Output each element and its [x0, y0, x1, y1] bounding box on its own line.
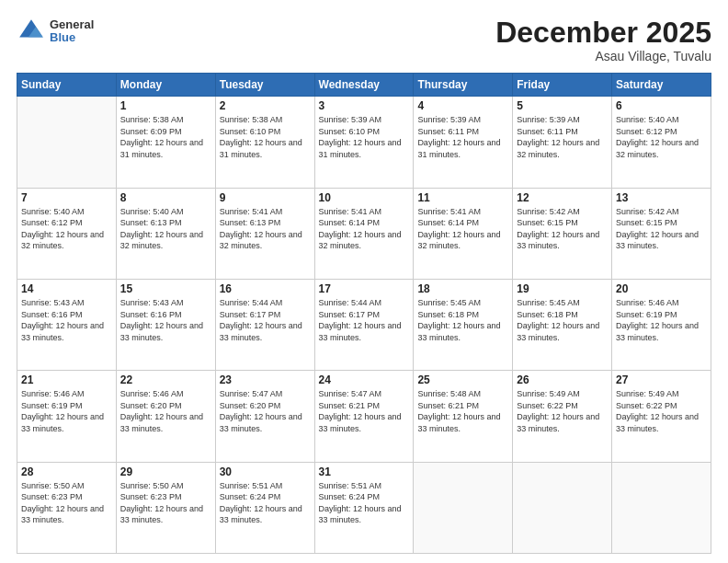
page: General Blue December 2025 Asau Village,… [0, 0, 728, 563]
cell-details: Sunrise: 5:41 AMSunset: 6:14 PMDaylight:… [319, 206, 410, 252]
day-number: 24 [319, 373, 410, 386]
calendar-cell: 20Sunrise: 5:46 AMSunset: 6:19 PMDayligh… [612, 279, 711, 370]
calendar-cell: 24Sunrise: 5:47 AMSunset: 6:21 PMDayligh… [314, 371, 414, 462]
calendar-cell: 13Sunrise: 5:42 AMSunset: 6:15 PMDayligh… [612, 188, 711, 279]
cell-details: Sunrise: 5:39 AMSunset: 6:10 PMDaylight:… [319, 114, 410, 160]
cell-details: Sunrise: 5:51 AMSunset: 6:24 PMDaylight:… [220, 480, 311, 526]
cell-details: Sunrise: 5:44 AMSunset: 6:17 PMDaylight:… [319, 297, 410, 343]
cell-details: Sunrise: 5:46 AMSunset: 6:19 PMDaylight:… [21, 388, 112, 434]
cell-details: Sunrise: 5:43 AMSunset: 6:16 PMDaylight:… [120, 297, 211, 343]
day-number: 10 [319, 191, 410, 204]
calendar-cell: 25Sunrise: 5:48 AMSunset: 6:21 PMDayligh… [414, 371, 513, 462]
calendar-cell: 22Sunrise: 5:46 AMSunset: 6:20 PMDayligh… [116, 371, 215, 462]
cell-details: Sunrise: 5:49 AMSunset: 6:22 PMDaylight:… [616, 388, 707, 434]
day-number: 2 [220, 99, 311, 112]
cell-details: Sunrise: 5:47 AMSunset: 6:20 PMDaylight:… [220, 388, 311, 434]
cell-details: Sunrise: 5:38 AMSunset: 6:09 PMDaylight:… [120, 114, 211, 160]
cell-details: Sunrise: 5:45 AMSunset: 6:18 PMDaylight:… [517, 297, 608, 343]
cell-details: Sunrise: 5:43 AMSunset: 6:16 PMDaylight:… [21, 297, 112, 343]
cell-details: Sunrise: 5:41 AMSunset: 6:14 PMDaylight:… [417, 206, 508, 252]
weekday-header: Sunday [17, 74, 117, 97]
calendar-cell: 11Sunrise: 5:41 AMSunset: 6:14 PMDayligh… [414, 188, 513, 279]
weekday-header: Wednesday [314, 74, 414, 97]
day-number: 1 [120, 99, 211, 112]
day-number: 8 [120, 191, 211, 204]
calendar-cell: 7Sunrise: 5:40 AMSunset: 6:12 PMDaylight… [17, 188, 117, 279]
weekday-header: Thursday [414, 74, 513, 97]
logo-text: General Blue [50, 18, 94, 45]
location: Asau Village, Tuvalu [495, 49, 711, 63]
day-number: 14 [21, 282, 112, 295]
calendar-cell: 31Sunrise: 5:51 AMSunset: 6:24 PMDayligh… [314, 462, 414, 553]
cell-details: Sunrise: 5:47 AMSunset: 6:21 PMDaylight:… [319, 388, 410, 434]
cell-details: Sunrise: 5:48 AMSunset: 6:21 PMDaylight:… [417, 388, 508, 434]
day-number: 3 [319, 99, 410, 112]
weekday-header: Friday [513, 74, 612, 97]
calendar-week-row: 14Sunrise: 5:43 AMSunset: 6:16 PMDayligh… [17, 279, 711, 370]
calendar-cell: 5Sunrise: 5:39 AMSunset: 6:11 PMDaylight… [513, 97, 612, 188]
calendar-cell: 16Sunrise: 5:44 AMSunset: 6:17 PMDayligh… [215, 279, 314, 370]
cell-details: Sunrise: 5:45 AMSunset: 6:18 PMDaylight:… [417, 297, 508, 343]
calendar-cell: 10Sunrise: 5:41 AMSunset: 6:14 PMDayligh… [314, 188, 414, 279]
cell-details: Sunrise: 5:50 AMSunset: 6:23 PMDaylight:… [120, 480, 211, 526]
cell-details: Sunrise: 5:51 AMSunset: 6:24 PMDaylight:… [319, 480, 410, 526]
day-number: 16 [220, 282, 311, 295]
calendar-cell: 12Sunrise: 5:42 AMSunset: 6:15 PMDayligh… [513, 188, 612, 279]
cell-details: Sunrise: 5:46 AMSunset: 6:19 PMDaylight:… [616, 297, 707, 343]
day-number: 20 [616, 282, 707, 295]
day-number: 4 [417, 99, 508, 112]
calendar-cell: 18Sunrise: 5:45 AMSunset: 6:18 PMDayligh… [414, 279, 513, 370]
calendar-cell: 19Sunrise: 5:45 AMSunset: 6:18 PMDayligh… [513, 279, 612, 370]
logo-icon [17, 17, 46, 46]
day-number: 7 [21, 191, 112, 204]
calendar-cell: 21Sunrise: 5:46 AMSunset: 6:19 PMDayligh… [17, 371, 117, 462]
calendar-cell: 9Sunrise: 5:41 AMSunset: 6:13 PMDaylight… [215, 188, 314, 279]
day-number: 21 [21, 373, 112, 386]
cell-details: Sunrise: 5:40 AMSunset: 6:12 PMDaylight:… [616, 114, 707, 160]
day-number: 6 [616, 99, 707, 112]
calendar-cell: 2Sunrise: 5:38 AMSunset: 6:10 PMDaylight… [215, 97, 314, 188]
cell-details: Sunrise: 5:38 AMSunset: 6:10 PMDaylight:… [220, 114, 311, 160]
title-block: December 2025 Asau Village, Tuvalu [495, 17, 711, 63]
cell-details: Sunrise: 5:46 AMSunset: 6:20 PMDaylight:… [120, 388, 211, 434]
calendar-cell [513, 462, 612, 553]
calendar-cell: 8Sunrise: 5:40 AMSunset: 6:13 PMDaylight… [116, 188, 215, 279]
calendar-cell: 27Sunrise: 5:49 AMSunset: 6:22 PMDayligh… [612, 371, 711, 462]
cell-details: Sunrise: 5:41 AMSunset: 6:13 PMDaylight:… [220, 206, 311, 252]
calendar-cell: 29Sunrise: 5:50 AMSunset: 6:23 PMDayligh… [116, 462, 215, 553]
day-number: 30 [220, 465, 311, 478]
calendar-cell: 4Sunrise: 5:39 AMSunset: 6:11 PMDaylight… [414, 97, 513, 188]
cell-details: Sunrise: 5:44 AMSunset: 6:17 PMDaylight:… [220, 297, 311, 343]
day-number: 23 [220, 373, 311, 386]
logo-blue: Blue [50, 31, 94, 44]
calendar-week-row: 1Sunrise: 5:38 AMSunset: 6:09 PMDaylight… [17, 97, 711, 188]
calendar-week-row: 28Sunrise: 5:50 AMSunset: 6:23 PMDayligh… [17, 462, 711, 553]
calendar-cell: 14Sunrise: 5:43 AMSunset: 6:16 PMDayligh… [17, 279, 117, 370]
day-number: 15 [120, 282, 211, 295]
calendar-cell [612, 462, 711, 553]
cell-details: Sunrise: 5:39 AMSunset: 6:11 PMDaylight:… [517, 114, 608, 160]
cell-details: Sunrise: 5:42 AMSunset: 6:15 PMDaylight:… [517, 206, 608, 252]
day-number: 19 [517, 282, 608, 295]
calendar-cell: 3Sunrise: 5:39 AMSunset: 6:10 PMDaylight… [314, 97, 414, 188]
logo-general: General [50, 18, 94, 31]
calendar-cell: 23Sunrise: 5:47 AMSunset: 6:20 PMDayligh… [215, 371, 314, 462]
logo: General Blue [17, 17, 94, 46]
cell-details: Sunrise: 5:50 AMSunset: 6:23 PMDaylight:… [21, 480, 112, 526]
calendar-cell [414, 462, 513, 553]
calendar-cell: 30Sunrise: 5:51 AMSunset: 6:24 PMDayligh… [215, 462, 314, 553]
month-title: December 2025 [495, 17, 711, 49]
day-number: 18 [417, 282, 508, 295]
calendar-header-row: SundayMondayTuesdayWednesdayThursdayFrid… [17, 74, 711, 97]
day-number: 9 [220, 191, 311, 204]
calendar-cell: 17Sunrise: 5:44 AMSunset: 6:17 PMDayligh… [314, 279, 414, 370]
cell-details: Sunrise: 5:39 AMSunset: 6:11 PMDaylight:… [417, 114, 508, 160]
day-number: 28 [21, 465, 112, 478]
calendar-cell: 6Sunrise: 5:40 AMSunset: 6:12 PMDaylight… [612, 97, 711, 188]
cell-details: Sunrise: 5:40 AMSunset: 6:12 PMDaylight:… [21, 206, 112, 252]
day-number: 26 [517, 373, 608, 386]
calendar-week-row: 7Sunrise: 5:40 AMSunset: 6:12 PMDaylight… [17, 188, 711, 279]
calendar-table: SundayMondayTuesdayWednesdayThursdayFrid… [17, 73, 711, 554]
day-number: 13 [616, 191, 707, 204]
day-number: 22 [120, 373, 211, 386]
